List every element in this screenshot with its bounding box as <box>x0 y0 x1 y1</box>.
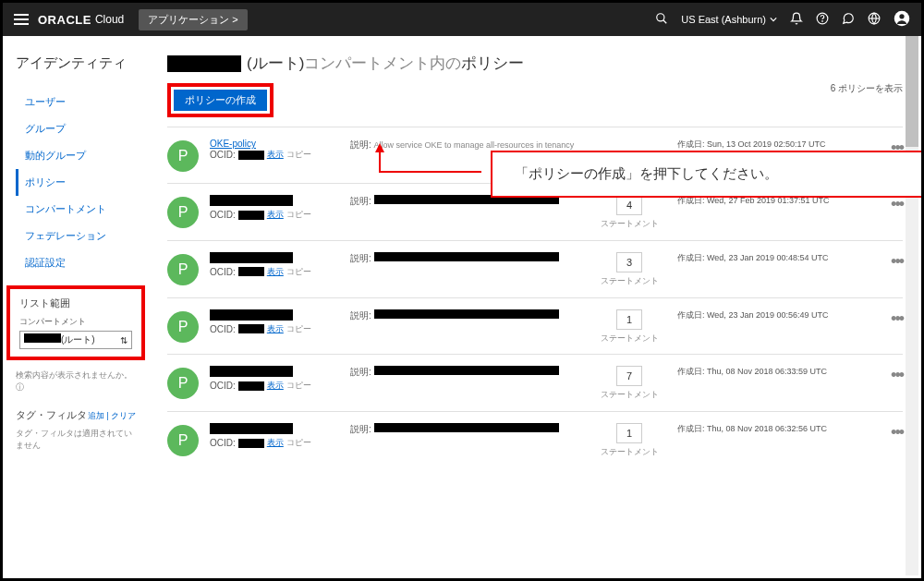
top-navigation-bar: ORACLE Cloud アプリケーション > US East (Ashburn… <box>3 3 921 36</box>
row-actions-icon[interactable]: ••• <box>891 252 903 272</box>
ocid-show-link[interactable]: 表示 <box>267 437 284 449</box>
redacted-compartment-name <box>24 333 61 343</box>
policy-row: P OCID: 表示 コピー 説明: 7ステートメント 作成日: Thu, 08… <box>167 354 903 411</box>
tag-filter-actions[interactable]: 追加 | クリア <box>88 410 136 422</box>
created-label: 作成日: <box>677 424 705 433</box>
row-actions-icon[interactable]: ••• <box>891 366 903 385</box>
scrollbar-thumb[interactable] <box>906 36 918 147</box>
created-label: 作成日: <box>677 310 705 320</box>
compartment-select[interactable]: (ルート) ⇅ <box>19 331 132 349</box>
scrollbar-track[interactable] <box>906 36 918 575</box>
list-scope-section: リスト範囲 コンパートメント (ルート) ⇅ <box>6 285 145 360</box>
info-icon[interactable]: ⓘ <box>16 382 24 392</box>
stmt-label: ステートメント <box>592 276 666 286</box>
region-selector[interactable]: US East (Ashburn) <box>681 14 777 25</box>
policy-badge: P <box>167 140 199 172</box>
sidebar-item-dynamic-groups[interactable]: 動的グループ <box>16 142 136 169</box>
sidebar-item-groups[interactable]: グループ <box>16 115 136 142</box>
redacted-tenancy-name <box>167 55 241 72</box>
ocid-copy-link[interactable]: コピー <box>286 437 311 449</box>
stmt-label: ステートメント <box>592 447 666 457</box>
svg-line-1 <box>663 19 667 23</box>
ocid-show-link[interactable]: 表示 <box>267 266 284 278</box>
stmt-label: ステートメント <box>592 333 666 344</box>
title-mid: コンパートメント内の <box>304 53 461 74</box>
compartment-suffix: (ルート) <box>61 334 95 345</box>
statement-count[interactable]: 3 <box>616 252 642 272</box>
sidebar-item-auth-settings[interactable]: 認証設定 <box>16 249 136 276</box>
ocid-copy-link[interactable]: コピー <box>286 380 311 392</box>
created-label: 作成日: <box>677 367 705 376</box>
created-date: Thu, 08 Nov 2018 06:33:59 UTC <box>707 367 827 376</box>
svg-point-7 <box>899 14 904 18</box>
globe-icon[interactable] <box>868 12 881 28</box>
ocid-label: OCID: <box>210 438 236 448</box>
ocid-show-link[interactable]: 表示 <box>267 380 284 392</box>
ocid-show-link[interactable]: 表示 <box>267 209 284 221</box>
stmt-label: ステートメント <box>592 390 666 400</box>
sidebar: アイデンティティ ユーザー グループ 動的グループ ポリシー コンパートメント … <box>3 36 149 578</box>
chat-icon[interactable] <box>842 12 855 28</box>
ocid-copy-link[interactable]: コピー <box>286 149 311 161</box>
ocid-copy-link[interactable]: コピー <box>286 266 311 278</box>
search-icon[interactable] <box>655 12 668 28</box>
brand-sub: Cloud <box>95 13 124 26</box>
policy-count: 6 ポリシーを表示 <box>831 82 903 95</box>
ocid-label: OCID: <box>210 381 236 391</box>
title-root: (ルート) <box>247 53 304 74</box>
list-scope-title: リスト範囲 <box>19 297 132 310</box>
tag-filter-note: タグ・フィルタは適用されていません <box>16 428 136 452</box>
ocid-show-link[interactable]: 表示 <box>267 149 284 161</box>
desc-label: 説明: <box>350 310 371 321</box>
stmt-label: ステートメント <box>592 219 666 229</box>
row-actions-icon[interactable]: ••• <box>891 309 903 329</box>
redacted-ocid <box>238 324 264 333</box>
policy-badge: P <box>167 368 199 399</box>
redacted-ocid <box>238 151 264 160</box>
statement-count[interactable]: 1 <box>616 309 642 330</box>
redacted-ocid <box>238 381 264 391</box>
policy-name-link[interactable]: OKE-policy <box>210 139 256 149</box>
main-container: アイデンティティ ユーザー グループ 動的グループ ポリシー コンパートメント … <box>3 36 921 578</box>
redacted-desc <box>374 252 559 261</box>
sidebar-item-policies[interactable]: ポリシー <box>16 169 136 196</box>
created-label: 作成日: <box>677 253 705 262</box>
ocid-label: OCID: <box>210 324 236 334</box>
tag-filter-title: タグ・フィルタ <box>16 408 87 422</box>
avatar-icon[interactable] <box>894 10 910 30</box>
redacted-desc <box>374 423 559 432</box>
sidebar-item-compartments[interactable]: コンパートメント <box>16 196 136 223</box>
search-help-note: 検索内容が表示されませんか。 ⓘ <box>16 369 136 393</box>
policy-row: P OCID: 表示 コピー 説明: 1ステートメント 作成日: Wed, 23… <box>167 297 903 355</box>
redacted-ocid <box>238 439 264 448</box>
ocid-label: OCID: <box>210 267 236 277</box>
statement-count[interactable]: 7 <box>616 366 642 386</box>
create-policy-button[interactable]: ポリシーの作成 <box>174 90 267 111</box>
tag-filter-section: タグ・フィルタ 追加 | クリア タグ・フィルタは適用されていません <box>16 408 136 452</box>
help-icon[interactable] <box>816 12 829 28</box>
sidebar-item-federation[interactable]: フェデレーション <box>16 223 136 249</box>
region-label: US East (Ashburn) <box>681 14 766 25</box>
statement-count[interactable]: 4 <box>616 195 642 215</box>
row-actions-icon[interactable]: ••• <box>891 195 903 214</box>
ocid-copy-link[interactable]: コピー <box>286 209 311 221</box>
application-button[interactable]: アプリケーション > <box>139 9 247 30</box>
brand-logo: ORACLE <box>38 13 91 27</box>
ocid-label: OCID: <box>210 210 236 220</box>
policy-badge: P <box>167 197 199 228</box>
row-actions-icon[interactable]: ••• <box>891 423 903 442</box>
select-arrows-icon: ⇅ <box>120 335 128 345</box>
ocid-show-link[interactable]: 表示 <box>267 323 284 335</box>
created-label: 作成日: <box>677 139 705 149</box>
created-date: Wed, 23 Jan 2019 00:56:49 UTC <box>707 310 828 320</box>
bell-icon[interactable] <box>790 12 803 28</box>
ocid-copy-link[interactable]: コピー <box>286 323 311 335</box>
sidebar-item-users[interactable]: ユーザー <box>16 89 136 115</box>
policy-badge: P <box>167 425 199 456</box>
redacted-desc <box>374 366 559 375</box>
desc-label: 説明: <box>350 253 371 263</box>
redacted-ocid <box>238 267 264 276</box>
policy-badge: P <box>167 254 199 285</box>
statement-count[interactable]: 1 <box>616 423 642 443</box>
menu-icon[interactable] <box>14 11 29 28</box>
